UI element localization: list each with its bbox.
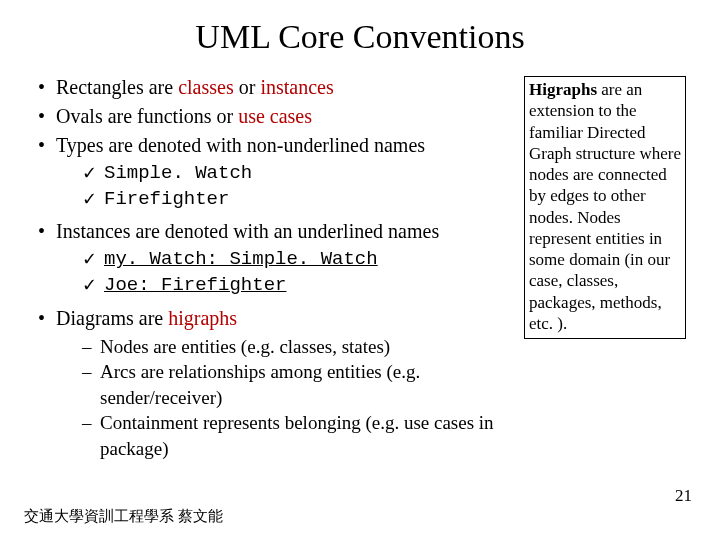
underlined-text: Joe: Firefighter bbox=[104, 274, 286, 296]
text-red: use cases bbox=[238, 105, 312, 127]
text: Ovals are functions or bbox=[56, 105, 238, 127]
sub-my-watch: my. Watch: Simple. Watch bbox=[82, 247, 516, 273]
sidebox-rest: are an extension to the familiar Directe… bbox=[529, 80, 681, 333]
content-column: Rectangles are classes or instances Oval… bbox=[34, 74, 516, 468]
page-title: UML Core Conventions bbox=[34, 18, 686, 56]
text: Diagrams are bbox=[56, 307, 168, 329]
sidebox-bold: Higraphs bbox=[529, 80, 597, 99]
text: Instances are denoted with an underlined… bbox=[56, 220, 439, 242]
sidebox-higraphs: Higraphs are an extension to the familia… bbox=[524, 76, 686, 339]
sub-joe: Joe: Firefighter bbox=[82, 273, 516, 299]
text-red: classes bbox=[178, 76, 234, 98]
sub-containment: Containment represents belonging (e.g. u… bbox=[82, 410, 516, 461]
sublist-check: my. Watch: Simple. Watch Joe: Firefighte… bbox=[56, 247, 516, 298]
bullet-instances: Instances are denoted with an underlined… bbox=[34, 218, 516, 298]
bullet-types: Types are denoted with non-underlined na… bbox=[34, 132, 516, 212]
text: Types are denoted with non-underlined na… bbox=[56, 134, 425, 156]
sublist-check: Simple. Watch Firefighter bbox=[56, 161, 516, 212]
sub-firefighter: Firefighter bbox=[82, 187, 516, 213]
underlined-text: my. Watch: Simple. Watch bbox=[104, 248, 378, 270]
sub-arcs: Arcs are relationships among entities (e… bbox=[82, 359, 516, 410]
sublist-dash: Nodes are entities (e.g. classes, states… bbox=[56, 334, 516, 462]
slide: UML Core Conventions Rectangles are clas… bbox=[0, 0, 720, 540]
page-number: 21 bbox=[675, 486, 692, 506]
text: Rectangles are bbox=[56, 76, 178, 98]
text-red: higraphs bbox=[168, 307, 237, 329]
sub-simple-watch: Simple. Watch bbox=[82, 161, 516, 187]
footer-left: 交通大學資訓工程學系 蔡文能 bbox=[24, 507, 223, 526]
sub-nodes: Nodes are entities (e.g. classes, states… bbox=[82, 334, 516, 360]
text-red: instances bbox=[260, 76, 333, 98]
body-row: Rectangles are classes or instances Oval… bbox=[34, 74, 686, 468]
bullet-ovals: Ovals are functions or use cases bbox=[34, 103, 516, 130]
text: or bbox=[234, 76, 261, 98]
bullet-list-level1: Rectangles are classes or instances Oval… bbox=[34, 74, 516, 462]
bullet-diagrams: Diagrams are higraphs Nodes are entities… bbox=[34, 305, 516, 462]
bullet-rectangles: Rectangles are classes or instances bbox=[34, 74, 516, 101]
